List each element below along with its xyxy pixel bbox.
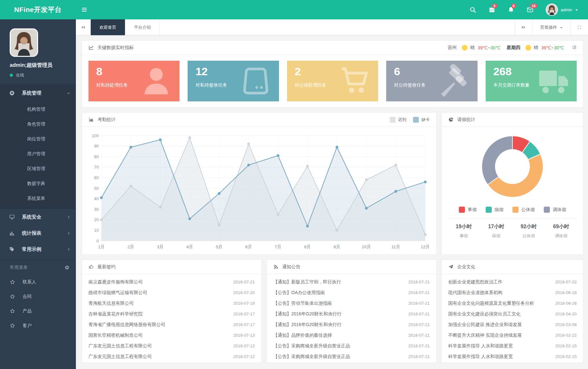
tabs-scroll-right-button[interactable] xyxy=(515,19,532,35)
sidebar-item-系统管理[interactable]: 系统管理 xyxy=(0,85,76,101)
svg-text:5月: 5月 xyxy=(216,244,222,249)
list-item[interactable]: 【公告】OA办公使用指南2016-07-21 xyxy=(273,287,430,298)
stat-card-对私待处理任务[interactable]: 8对私待处理任务 xyxy=(88,61,180,101)
tabs-scroll-left-button[interactable] xyxy=(76,19,91,35)
quick-menu-header: 常用菜单 xyxy=(0,260,76,275)
list-item[interactable]: 科学发展作指导 人水和谐路更宽2016-02-15 xyxy=(448,351,577,362)
list-item[interactable]: 广东友元国土信息工程有限公司2016-07-12 xyxy=(88,351,255,362)
sun-icon xyxy=(526,45,531,50)
attendance-header: 考勤统计 迟到缺卡 xyxy=(82,113,436,127)
list-item[interactable]: 国有企业文化建设必须突出员工文化2016-04-20 xyxy=(448,309,577,319)
fullscreen-button[interactable] xyxy=(571,19,588,35)
list-item-text: 现代国有企业道德体系初构 xyxy=(448,290,502,296)
list-item[interactable]: 青海省广播电视信息网络股份有限公司2016-07-17 xyxy=(88,319,255,330)
tab-平台介绍[interactable]: 平台介绍 xyxy=(125,19,160,35)
quick-item-客户[interactable]: 客户 xyxy=(0,318,76,333)
list-item[interactable]: 【公告】采购商城全新升级自营业正品2016-07-21 xyxy=(273,341,430,351)
quick-item-产品[interactable]: 产品 xyxy=(0,304,76,318)
weather-detail-link[interactable]: 详 xyxy=(572,45,577,51)
sidebar-item-系统安全[interactable]: 系统安全 xyxy=(0,209,76,225)
attendance-chart: 01020304050607080901001月2月3月4月5月6月7月8月8月… xyxy=(82,127,436,252)
sidebar-item-统计报表[interactable]: 统计报表 xyxy=(0,225,76,241)
sidebar-item-常用示例[interactable]: 常用示例 xyxy=(0,241,76,257)
list-item[interactable]: 【通知】新版员工守则，即日执行2016-07-21 xyxy=(273,277,430,287)
archive-icon xyxy=(239,64,273,98)
star-icon xyxy=(10,294,15,299)
badge-count: 8 xyxy=(511,4,516,8)
online-dot-icon xyxy=(10,74,13,77)
list-body: 【通知】新版员工守则，即日执行2016-07-21【公告】OA办公使用指南201… xyxy=(267,274,436,363)
legend-label: 调休假 xyxy=(553,207,566,213)
mail-icon[interactable]: 16 xyxy=(527,6,533,13)
stat-card-对公待签收任务[interactable]: 6对公待签收任务 xyxy=(386,61,477,101)
panel-title: 关键数据实时指标 xyxy=(98,45,134,51)
indicators-panel: 关键数据实时指标 苏州 晴 39℃~30℃ 星期四 晴 39℃~30℃ 详 8对… xyxy=(82,40,583,108)
main-nav: 系统管理机构管理角色管理岗位管理用户管理区域管理数据字典系统菜单系统安全统计报表… xyxy=(0,85,76,257)
panel-title: 考勤统计 xyxy=(98,117,116,123)
leave-stat-公休假: 92小时公休假 xyxy=(512,223,545,239)
tab-operations-dropdown[interactable]: 页签操作 xyxy=(532,19,571,35)
list-item[interactable]: 加强企业公民建设 推进企业和谐发展2016-03-08 xyxy=(448,319,577,330)
list-item-text: 青海航天信息有限公司 xyxy=(88,301,134,306)
list-item[interactable]: 国营长空精密机械制造公司2016-07-13 xyxy=(88,330,255,341)
svg-text:2月: 2月 xyxy=(128,244,134,249)
list-item[interactable]: 【通知】品牌价值的最佳选择2016-07-21 xyxy=(273,330,430,341)
stack-icon[interactable]: 5 xyxy=(489,6,495,13)
list-item[interactable]: 吉林省蔬菜花卉科学研究院2016-07-17 xyxy=(88,309,255,319)
list-item-date: 2016-03-08 xyxy=(552,322,577,327)
list-item[interactable]: 【通知】2016年G20财长和央行行2016-07-21 xyxy=(273,319,430,330)
sidebar-subitem-角色管理[interactable]: 角色管理 xyxy=(0,117,76,131)
sidebar-subitem-用户管理[interactable]: 用户管理 xyxy=(0,146,76,161)
svg-text:11月: 11月 xyxy=(391,244,400,249)
bell-icon[interactable]: 8 xyxy=(508,6,514,13)
stat-card-本月交易订单数量[interactable]: 268本月交易订单数量 xyxy=(486,61,577,101)
list-item[interactable]: 科学发展作指导 人水和谐路更宽2016-02-15 xyxy=(448,341,577,351)
sidebar-item-label: 系统安全 xyxy=(22,214,41,220)
sidebar-subitem-数据字典[interactable]: 数据字典 xyxy=(0,176,76,191)
svg-text:100: 100 xyxy=(92,133,99,138)
chevron-down-icon xyxy=(67,91,71,95)
sidebar-subitem-岗位管理[interactable]: 岗位管理 xyxy=(0,131,76,146)
quick-item-合同[interactable]: 合同 xyxy=(0,289,76,304)
sidebar-subitem-区域管理[interactable]: 区域管理 xyxy=(0,161,76,176)
weather-city: 苏州 xyxy=(448,45,457,51)
stat-card-对公待处理任务[interactable]: 2对公待处理任务 xyxy=(287,61,378,101)
chevron-right-icon xyxy=(67,247,71,251)
tab-欢迎首页[interactable]: 欢迎首页 xyxy=(91,19,125,35)
list-item[interactable]: 广东友元国土信息工程有限公司2016-07-12 xyxy=(88,341,255,351)
sidebar-item-label: 系统管理 xyxy=(22,90,41,96)
list-item[interactable]: 南京森鹿皮件服饰有限公司2016-07-21 xyxy=(88,277,255,287)
list-item[interactable]: 【公告】采购商城全新升级自营业正品2016-07-21 xyxy=(273,351,430,362)
stat-label: 调休假 xyxy=(545,233,578,239)
list-item-date: 2016-07-21 xyxy=(405,322,430,327)
list-item[interactable]: 现代国有企业道德体系初构2016-06-18 xyxy=(448,287,577,298)
svg-text:50: 50 xyxy=(94,186,99,191)
sidebar-subitem-机构管理[interactable]: 机构管理 xyxy=(0,102,76,117)
stat-card-对私待签收任务[interactable]: 12对私待签收任务 xyxy=(188,61,279,101)
list-item[interactable]: 青海航天信息有限公司2016-07-19 xyxy=(88,298,255,309)
svg-text:40: 40 xyxy=(94,196,99,201)
gear-icon[interactable] xyxy=(65,265,69,270)
avatar xyxy=(546,4,558,16)
stat-label: 病假 xyxy=(480,233,513,239)
list-item[interactable]: 不断提升大庆精神 实现企业持续发展2016-02-22 xyxy=(448,330,577,341)
list-item[interactable]: 国有企业文化问题根源及文化重塑任务分析2016-06-26 xyxy=(448,298,577,309)
caret-down-icon xyxy=(560,26,563,29)
legend-swatch xyxy=(512,207,519,213)
search-icon[interactable] xyxy=(469,6,476,13)
badge-count: 5 xyxy=(492,4,497,8)
list-item[interactable]: 【公告】劳动节集体出游指南2016-07-21 xyxy=(273,298,430,309)
sidebar-subitem-系统菜单[interactable]: 系统菜单 xyxy=(0,191,76,206)
panel-title: 通知公告 xyxy=(282,264,300,270)
list-item[interactable]: 曲靖市绿能燃气运输有限公司2016-07-20 xyxy=(88,287,255,298)
hamburger-menu-icon[interactable] xyxy=(81,6,88,13)
donut-slice-调休假 xyxy=(482,136,512,185)
user-menu[interactable]: admin xyxy=(546,4,578,16)
quick-item-联系人[interactable]: 联系人 xyxy=(0,275,76,289)
star-icon xyxy=(10,323,15,328)
legend-swatch xyxy=(486,207,492,213)
list-item-date: 2016-07-21 xyxy=(405,290,430,295)
list-item-text: 【通知】新版员工守则，即日执行 xyxy=(273,279,341,285)
list-item[interactable]: 创新企业党建思想政治工作2016-07-02 xyxy=(448,277,577,287)
list-item[interactable]: 【通知】2016年G20财长和央行行2016-07-21 xyxy=(273,309,430,319)
